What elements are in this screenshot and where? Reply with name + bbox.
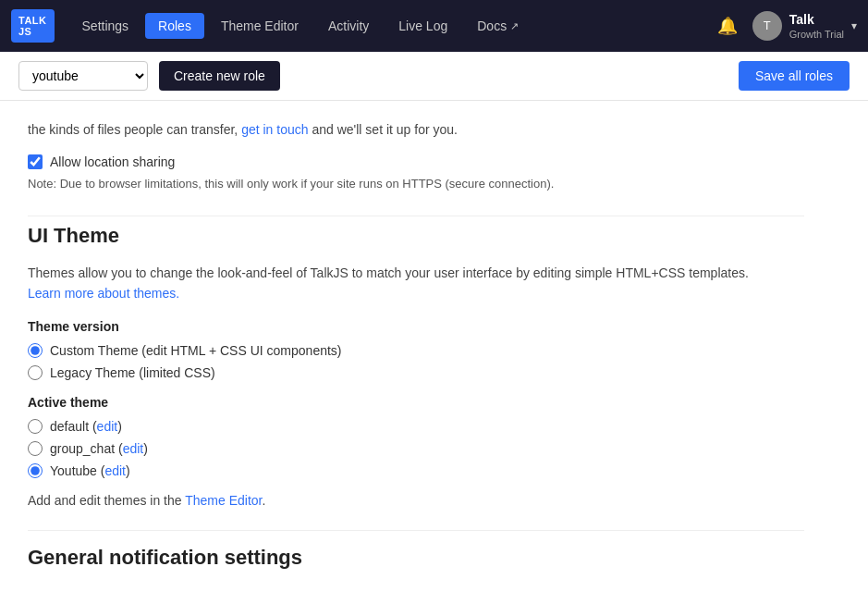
theme-version-label: Theme version [28,319,804,334]
main-content: the kinds of files people can transfer, … [0,101,832,588]
logo: TALK JS [11,9,55,43]
theme-youtube-edit-link[interactable]: edit [104,463,126,478]
nav-activity[interactable]: Activity [315,13,382,39]
ui-theme-description: Themes allow you to change the look-and-… [28,263,804,304]
theme-youtube-radio[interactable] [28,463,43,478]
save-all-roles-button[interactable]: Save all roles [739,61,850,91]
theme-editor-link[interactable]: Theme Editor [185,493,262,508]
chevron-down-icon: ▾ [851,19,857,32]
nav-right: 🔔 T Talk Growth Trial ▾ [717,11,857,41]
user-plan: Growth Trial [789,28,844,41]
nav-live-log[interactable]: Live Log [385,13,460,39]
nav-roles[interactable]: Roles [145,13,204,39]
user-menu[interactable]: T Talk Growth Trial ▾ [752,11,857,41]
theme-editor-note: Add and edit themes in the Theme Editor. [28,493,804,508]
theme-groupchat-radio[interactable] [28,441,43,456]
active-theme-section: Active theme default (edit) group_chat (… [28,395,804,478]
role-select[interactable]: youtube [18,61,148,91]
allow-location-row: Allow location sharing [28,154,804,169]
theme-default-row: default (edit) [28,419,804,434]
nav-docs[interactable]: Docs ↗ [464,13,532,39]
avatar: T [752,11,782,41]
bell-icon[interactable]: 🔔 [717,16,738,36]
theme-custom-label: Custom Theme (edit HTML + CSS UI compone… [50,343,342,358]
user-text: Talk Growth Trial [789,11,844,41]
allow-location-label: Allow location sharing [50,154,175,169]
navbar: TALK JS Settings Roles Theme Editor Acti… [0,0,868,52]
toolbar: youtube Create new role Save all roles [0,52,868,101]
theme-groupchat-edit-link[interactable]: edit [123,441,144,456]
theme-groupchat-label: group_chat (edit) [50,441,148,456]
theme-default-edit-link[interactable]: edit [97,419,118,434]
theme-youtube-label: Youtube (edit) [50,463,130,478]
create-new-role-button[interactable]: Create new role [159,61,280,91]
nav-theme-editor[interactable]: Theme Editor [208,13,312,39]
theme-version-custom-row: Custom Theme (edit HTML + CSS UI compone… [28,343,804,358]
file-transfer-intro: the kinds of files people can transfer, … [28,119,804,140]
theme-groupchat-row: group_chat (edit) [28,441,804,456]
theme-custom-radio[interactable] [28,343,43,358]
nav-settings[interactable]: Settings [69,13,142,39]
theme-youtube-row: Youtube (edit) [28,463,804,478]
ui-theme-title: UI Theme [28,216,804,248]
theme-legacy-radio[interactable] [28,365,43,380]
general-notifications-title: General notification settings [28,530,804,570]
get-in-touch-link[interactable]: get in touch [241,122,308,137]
external-link-icon: ↗ [510,20,519,32]
theme-version-legacy-row: Legacy Theme (limited CSS) [28,365,804,380]
theme-default-radio[interactable] [28,419,43,434]
allow-location-checkbox[interactable] [28,154,43,169]
theme-legacy-label: Legacy Theme (limited CSS) [50,365,215,380]
location-note: Note: Due to browser limitations, this w… [28,175,804,193]
active-theme-label: Active theme [28,395,804,410]
learn-more-link[interactable]: Learn more about themes. [28,286,179,301]
theme-default-label: default (edit) [50,419,122,434]
user-name: Talk [789,11,844,28]
